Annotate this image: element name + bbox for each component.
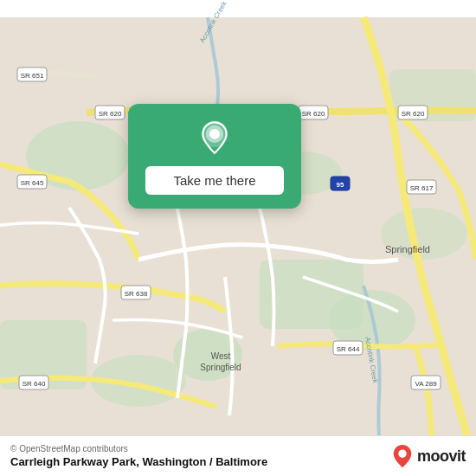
svg-point-42 — [398, 450, 406, 458]
bottom-bar: © OpenStreetMap contributors Carrleigh P… — [0, 435, 476, 476]
svg-text:West: West — [211, 351, 231, 361]
svg-text:SR 640: SR 640 — [23, 380, 46, 388]
map-container[interactable]: SR 651 SR 620 SR 620 SR 620 SR 620 SR 64… — [0, 0, 476, 476]
svg-text:SR 620: SR 620 — [302, 110, 325, 118]
location-popup: Take me there — [128, 104, 301, 209]
location-label: Carrleigh Parkway Park, Washington / Bal… — [10, 455, 267, 468]
svg-point-41 — [209, 129, 220, 139]
moovit-logo: moovit — [391, 443, 466, 469]
bottom-left-info: © OpenStreetMap contributors Carrleigh P… — [10, 444, 267, 468]
svg-text:SR 617: SR 617 — [410, 184, 434, 192]
svg-text:Springfield: Springfield — [200, 363, 241, 372]
svg-text:SR 638: SR 638 — [125, 290, 148, 298]
map-background: SR 651 SR 620 SR 620 SR 620 SR 620 SR 64… — [0, 0, 476, 476]
svg-text:SR 645: SR 645 — [21, 179, 44, 187]
svg-text:Springfield: Springfield — [385, 244, 430, 254]
location-pin-icon — [196, 119, 234, 158]
svg-text:SR 644: SR 644 — [337, 345, 360, 353]
svg-text:SR 651: SR 651 — [21, 72, 44, 80]
moovit-brand-text: moovit — [417, 447, 466, 466]
svg-text:SR 620: SR 620 — [99, 110, 122, 118]
svg-text:VA 289: VA 289 — [415, 380, 437, 388]
take-me-there-button[interactable]: Take me there — [145, 166, 284, 195]
svg-text:95: 95 — [337, 181, 344, 189]
osm-attribution: © OpenStreetMap contributors — [10, 444, 267, 453]
svg-text:SR 620: SR 620 — [402, 110, 425, 118]
moovit-pin-icon — [391, 443, 414, 469]
